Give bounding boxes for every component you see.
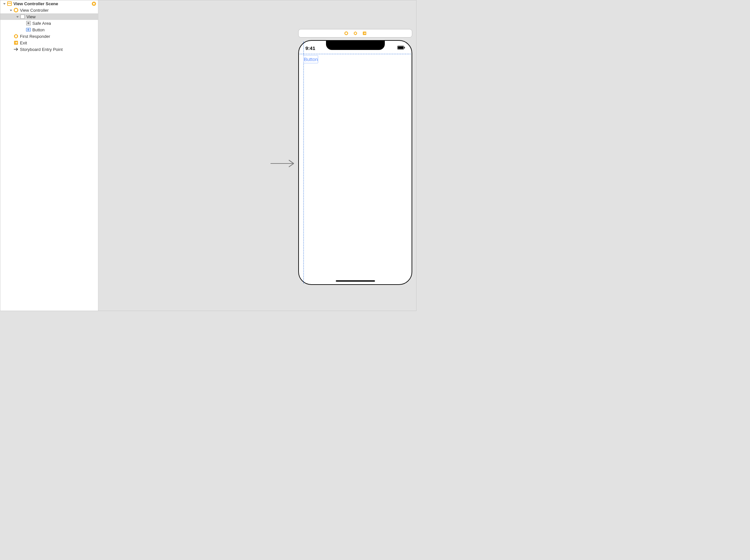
status-time: 9:41 [305, 44, 315, 51]
horizontal-guide [299, 54, 411, 54]
canvas-button-element[interactable]: Button [303, 55, 318, 63]
svg-point-15 [345, 32, 347, 34]
outline-exit-row[interactable]: Exit [0, 40, 98, 46]
outline-view-row[interactable]: View [0, 13, 98, 20]
storyboard-entry-arrow[interactable] [270, 159, 296, 168]
device-frame[interactable]: 9:41 Button [298, 40, 412, 285]
svg-rect-2 [8, 2, 11, 3]
disclosure-triangle-icon[interactable] [15, 15, 19, 19]
outline-item-label: Button [32, 27, 45, 32]
battery-icon [397, 44, 405, 51]
svg-rect-10 [27, 22, 29, 24]
svg-marker-7 [16, 16, 18, 18]
outline-firstresponder-row[interactable]: First Responder [0, 33, 98, 40]
svg-rect-3 [8, 4, 11, 5]
outline-safearea-row[interactable]: Safe Area [0, 20, 98, 26]
viewcontroller-icon[interactable] [344, 31, 349, 36]
storyboard-scene-icon [7, 1, 12, 6]
outline-scene-row[interactable]: View Controller Scene [0, 0, 98, 7]
home-indicator [336, 280, 375, 282]
interface-builder-canvas[interactable]: 9:41 Button [98, 0, 416, 311]
status-bar: 9:41 [299, 41, 412, 54]
outline-item-label: Safe Area [32, 21, 51, 26]
outline-entrypoint-row[interactable]: Storyboard Entry Point [0, 46, 98, 53]
disclosure-triangle-icon[interactable] [2, 2, 6, 5]
outline-item-label: Storyboard Entry Point [20, 47, 63, 52]
svg-marker-4 [9, 9, 12, 11]
svg-text:B: B [27, 28, 30, 31]
exit-icon [14, 40, 19, 45]
scene-dock[interactable] [298, 29, 412, 38]
first-responder-icon [14, 34, 19, 39]
document-outline[interactable]: View Controller Scene View Controller Vi… [0, 0, 98, 311]
arrow-right-icon [14, 47, 19, 52]
svg-marker-0 [3, 3, 5, 4]
canvas-button-label: Button [304, 57, 318, 62]
disclosure-triangle-icon[interactable] [9, 8, 13, 12]
svg-point-6 [15, 9, 17, 12]
outline-item-label: View [26, 14, 36, 19]
outline-button-row[interactable]: B Button [0, 26, 98, 33]
safe-area-icon [26, 21, 31, 26]
view-icon [20, 14, 25, 19]
svg-rect-19 [404, 47, 405, 49]
first-responder-icon[interactable] [353, 31, 358, 36]
scene-status-icon[interactable] [92, 2, 96, 6]
button-element-icon: B [26, 27, 31, 32]
viewcontroller-icon [14, 7, 19, 13]
outline-item-label: Exit [20, 40, 27, 45]
outline-item-label: View Controller [20, 8, 49, 13]
svg-rect-8 [21, 15, 24, 19]
outline-viewcontroller-row[interactable]: View Controller [0, 7, 98, 13]
outline-scene-label: View Controller Scene [14, 1, 58, 6]
exit-icon[interactable] [362, 31, 367, 36]
outline-item-label: First Responder [20, 34, 50, 39]
vertical-guide [303, 41, 304, 284]
svg-rect-18 [398, 46, 403, 49]
